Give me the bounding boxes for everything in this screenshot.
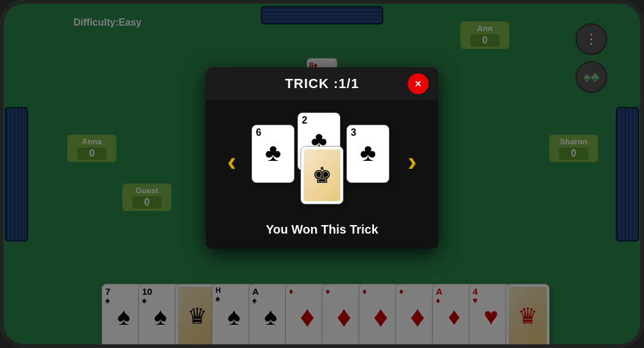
close-button[interactable]: × bbox=[408, 73, 429, 94]
close-icon: × bbox=[415, 78, 422, 91]
card-k-clubs: K ♚ bbox=[301, 146, 343, 204]
trick-modal: TRICK :1/1 × ‹ 6 ♣ 2 ♣ K bbox=[206, 67, 438, 249]
trick-result: You Won This Trick bbox=[206, 223, 438, 237]
card-6-clubs: 6 ♣ bbox=[252, 125, 294, 183]
trick-cards-group: 6 ♣ 2 ♣ K ♚ 3 ♣ bbox=[242, 113, 402, 210]
trick-cards-area: ‹ 6 ♣ 2 ♣ K ♚ 3 bbox=[206, 100, 438, 217]
prev-arrow[interactable]: ‹ bbox=[221, 148, 242, 175]
card-3-clubs: 3 ♣ bbox=[346, 125, 389, 183]
trick-modal-header: TRICK :1/1 × bbox=[206, 67, 438, 100]
game-container: Difficulty:Easy 8♦ ⋮ ♠♣ Ann 0 Anna 0 Gue… bbox=[0, 0, 644, 348]
king-figure: ♚ bbox=[304, 149, 340, 201]
trick-title: TRICK :1/1 bbox=[285, 76, 359, 92]
next-arrow[interactable]: › bbox=[402, 148, 423, 175]
